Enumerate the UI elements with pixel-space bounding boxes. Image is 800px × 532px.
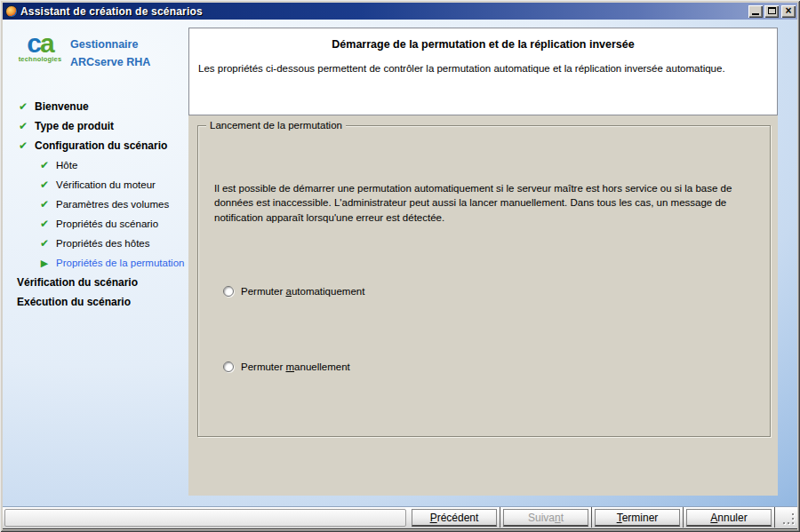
close-button[interactable]: × bbox=[781, 5, 796, 18]
step-label: Hôte bbox=[56, 160, 77, 171]
step-verification-du-scenario[interactable]: Vérification du scénario bbox=[3, 273, 188, 292]
page-subtitle: Les propriétés ci-dessous permettent de … bbox=[198, 63, 768, 74]
check-icon: ✔ bbox=[38, 179, 51, 191]
page-header: Démarrage de la permutation et de la rép… bbox=[188, 28, 778, 115]
brand-line-1: Gestionnaire bbox=[70, 36, 150, 53]
step-configuration-du-scenario[interactable]: ✔Configuration du scénario bbox=[3, 136, 188, 155]
check-icon: ✔ bbox=[38, 159, 51, 171]
step-label: Paramètres des volumes bbox=[56, 199, 169, 210]
radio-button-icon[interactable] bbox=[223, 361, 234, 372]
check-icon: ✔ bbox=[38, 237, 51, 250]
step-label: Vérification du moteur bbox=[56, 179, 156, 190]
step-label: Configuration du scénario bbox=[35, 139, 167, 152]
logo-letter-a: a bbox=[40, 28, 53, 58]
app-icon bbox=[5, 5, 18, 18]
check-icon: ✔ bbox=[17, 120, 29, 132]
radio-permuter-automatiquement[interactable]: Permuter automatiquement bbox=[223, 286, 364, 297]
step-label: Type de produit bbox=[35, 120, 114, 132]
step-hote[interactable]: ✔Hôte bbox=[3, 155, 188, 175]
step-label: Propriétés de la permutation bbox=[56, 258, 184, 268]
dialog-body: ca technologies Gestionnaire ARCserve RH… bbox=[3, 20, 797, 529]
window-title: Assistant de création de scénarios bbox=[20, 5, 203, 18]
button-cell: Terminer bbox=[592, 507, 684, 528]
button-cell: Précédent bbox=[409, 507, 500, 528]
groupbox-lancement-permutation: Lancement de la permutation Il est possi… bbox=[197, 125, 771, 437]
precedent-button[interactable]: Précédent bbox=[412, 509, 497, 527]
annuler-button[interactable]: Annuler bbox=[686, 509, 772, 527]
logo-letter-c: c bbox=[27, 28, 40, 58]
step-parametres-des-volumes[interactable]: ✔Paramètres des volumes bbox=[3, 195, 188, 214]
wizard-sidebar: ca technologies Gestionnaire ARCserve RH… bbox=[3, 20, 188, 503]
step-label: Bienvenue bbox=[35, 100, 89, 113]
step-bienvenue[interactable]: ✔Bienvenue bbox=[3, 97, 188, 116]
check-icon: ✔ bbox=[17, 100, 29, 113]
step-verification-du-moteur[interactable]: ✔Vérification du moteur bbox=[3, 175, 188, 195]
step-proprietes-des-hotes[interactable]: ✔Propriétés des hôtes bbox=[3, 234, 188, 253]
minimize-icon bbox=[752, 13, 759, 15]
footer-bar: Précédent Suivant Terminer Annuler bbox=[3, 506, 797, 529]
status-bar bbox=[4, 509, 406, 527]
wizard-buttons: Précédent Suivant Terminer Annuler bbox=[409, 507, 775, 528]
button-cell: Annuler bbox=[684, 507, 775, 528]
resize-grip[interactable] bbox=[783, 513, 794, 524]
radio-button-icon[interactable] bbox=[223, 286, 234, 297]
groupbox-title: Lancement de la permutation bbox=[206, 120, 346, 131]
minimize-button[interactable] bbox=[748, 5, 763, 18]
button-cell: Suivant bbox=[500, 507, 592, 528]
suivant-button[interactable]: Suivant bbox=[503, 509, 588, 527]
step-label: Propriétés des hôtes bbox=[56, 238, 149, 249]
step-label: Exécution du scénario bbox=[17, 296, 131, 308]
step-label: Vérification du scénario bbox=[17, 276, 138, 289]
radio-label: Permuter manuellement bbox=[241, 361, 350, 372]
content-panel: Lancement de la permutation Il est possi… bbox=[188, 115, 778, 496]
step-proprietes-du-scenario[interactable]: ✔Propriétés du scénario bbox=[3, 214, 188, 234]
radio-label: Permuter automatiquement bbox=[241, 286, 364, 297]
terminer-button[interactable]: Terminer bbox=[595, 509, 680, 527]
page-title: Démarrage de la permutation et de la rép… bbox=[189, 38, 777, 51]
current-step-arrow-icon: ▶ bbox=[38, 258, 51, 269]
maximize-icon bbox=[768, 7, 776, 14]
logo-sub-text: technologies bbox=[15, 55, 65, 63]
check-icon: ✔ bbox=[38, 198, 51, 210]
brand-line-2: ARCserve RHA bbox=[70, 53, 150, 71]
wizard-steps: ✔Bienvenue ✔Type de produit ✔Configurati… bbox=[3, 97, 188, 312]
step-type-de-produit[interactable]: ✔Type de produit bbox=[3, 116, 188, 136]
title-bar[interactable]: Assistant de création de scénarios × bbox=[3, 3, 797, 20]
step-proprietes-de-la-permutation[interactable]: ▶Propriétés de la permutation bbox=[3, 253, 188, 273]
ca-logo: ca technologies bbox=[15, 32, 65, 63]
check-icon: ✔ bbox=[17, 139, 29, 152]
step-label: Propriétés du scénario bbox=[56, 218, 158, 229]
wizard-window: Assistant de création de scénarios × ca … bbox=[0, 0, 800, 532]
switchover-description: Il est possible de démarrer une permutat… bbox=[214, 181, 764, 225]
maximize-button[interactable] bbox=[764, 5, 779, 18]
radio-permuter-manuellement[interactable]: Permuter manuellement bbox=[223, 361, 350, 372]
brand-block: ca technologies Gestionnaire ARCserve RH… bbox=[15, 32, 184, 76]
step-execution-du-scenario[interactable]: Exécution du scénario bbox=[3, 292, 188, 312]
check-icon: ✔ bbox=[38, 218, 51, 230]
